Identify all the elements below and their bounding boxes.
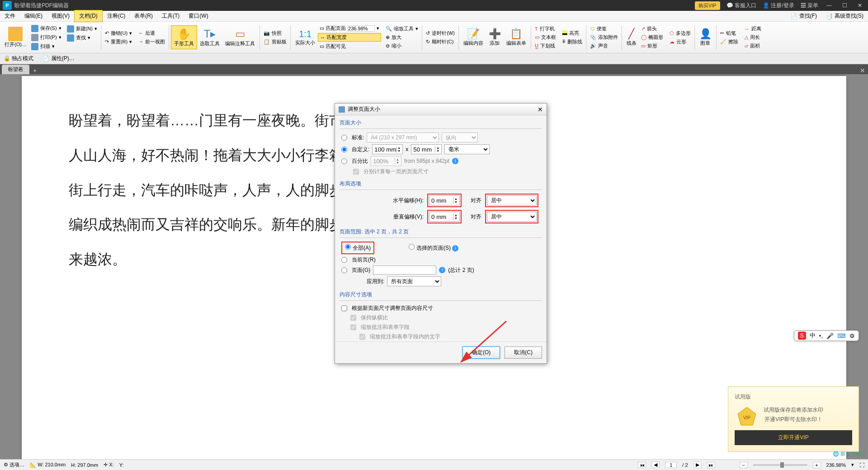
rotate-cw-button[interactable]: ↻ 顺时针(C): [424, 38, 457, 46]
dialog-close-button[interactable]: ✕: [538, 106, 543, 113]
halign-select[interactable]: 居中: [487, 195, 537, 205]
highlight-button[interactable]: ▬ 高亮: [561, 29, 584, 37]
fit-page-button[interactable]: ▭ 匹配页面 ▾: [318, 24, 381, 32]
zoom-out-button[interactable]: ⊖ 缩小: [384, 42, 420, 50]
open-vip-button[interactable]: 立即开通VIP: [735, 430, 852, 445]
prev-page-button[interactable]: ◀: [651, 461, 660, 468]
menu-file[interactable]: 文件: [0, 10, 20, 22]
radio-current-page[interactable]: [341, 257, 347, 263]
select-tool[interactable]: T▸选取工具: [197, 26, 222, 49]
ime-toolbar[interactable]: S 中 •, 🎤 ⌨ ⚙: [794, 330, 859, 341]
ime-punct-icon[interactable]: •,: [819, 332, 823, 339]
buy-vip-button[interactable]: 购买VIP: [695, 1, 720, 10]
radio-page-range[interactable]: [341, 267, 347, 273]
actual-size-button[interactable]: 1:1实际大小: [292, 27, 318, 48]
close-tabs-button[interactable]: ✕: [857, 67, 868, 74]
menu-comment[interactable]: 注释(C): [103, 10, 130, 22]
scan-button[interactable]: 扫描 ▾: [29, 43, 63, 51]
edit-content-button[interactable]: 📝编辑内容: [461, 26, 486, 48]
zoom-in-button[interactable]: ⊕ 放大: [384, 33, 420, 41]
info-icon[interactable]: i: [439, 267, 445, 273]
last-page-button[interactable]: ⏭: [707, 462, 715, 468]
find-button[interactable]: 📄 查找(F): [786, 10, 821, 22]
clipboard-button[interactable]: 📋 剪贴板: [262, 38, 288, 46]
forward-button[interactable]: → 前一视图: [137, 38, 167, 46]
underline-button[interactable]: U̲ 下划线: [533, 42, 558, 50]
properties-button[interactable]: 📄 属性(P)…: [42, 55, 74, 62]
ok-button[interactable]: 确定(O): [462, 347, 500, 359]
hamburger-menu[interactable]: ☰ 菜单: [801, 2, 818, 9]
zoom-value[interactable]: 236.98%: [826, 462, 846, 468]
menu-tools[interactable]: 工具(T): [157, 10, 184, 22]
ruler-button[interactable]: ↔ 距离: [743, 25, 763, 33]
attach-button[interactable]: 📎 添加附件: [588, 33, 620, 41]
valign-select[interactable]: 居中: [487, 212, 537, 222]
ellipse-button[interactable]: ◯ 椭圆形: [639, 33, 665, 41]
ime-mic-icon[interactable]: 🎤: [826, 332, 834, 339]
fit-width-button[interactable]: ↔ 匹配宽度: [318, 33, 381, 42]
zoom-tool-button[interactable]: 🔍 缩放工具 ▾: [384, 25, 420, 33]
line-button[interactable]: ╱线条: [624, 26, 639, 48]
find-tool-button[interactable]: 查找 ▾: [65, 34, 99, 42]
new-button[interactable]: 新建(N) ▾: [65, 25, 99, 33]
snapshot-button[interactable]: 📷 快照: [262, 29, 288, 37]
stamp-button[interactable]: 👤图章: [697, 26, 714, 48]
zoom-input[interactable]: [348, 25, 375, 32]
menu-view[interactable]: 视图(V): [47, 10, 74, 22]
support-link[interactable]: 💬 客服入口: [726, 2, 756, 9]
cancel-button[interactable]: 取消(C): [505, 347, 542, 359]
resize-content-checkbox[interactable]: [341, 305, 347, 311]
exclusive-mode-button[interactable]: 🔒 独占模式: [4, 55, 33, 62]
advanced-find-button[interactable]: 📑 高级查找(S): [821, 10, 868, 22]
fit-visible-button[interactable]: ▭ 匹配可见: [318, 43, 381, 50]
pencil-button[interactable]: ✏ 铅笔: [718, 29, 740, 37]
fit-button-status[interactable]: ⛶: [859, 462, 864, 468]
custom-height-input[interactable]: ▲▼: [411, 144, 442, 154]
dialog-titlebar[interactable]: 调整页面大小 ✕: [335, 104, 547, 115]
rect-button[interactable]: ▭ 矩形: [639, 42, 665, 50]
unit-select[interactable]: 毫米: [444, 144, 490, 154]
rotate-ccw-button[interactable]: ↺ 逆时针(W): [424, 29, 457, 37]
close-button[interactable]: ✕: [855, 2, 864, 9]
menu-window[interactable]: 窗口(W): [184, 10, 212, 22]
zoom-slider[interactable]: [753, 464, 807, 466]
polygon-button[interactable]: ⬠ 多边形: [668, 29, 693, 37]
sound-button[interactable]: 🔊 声音: [588, 42, 620, 50]
menu-form[interactable]: 表单(R): [130, 10, 157, 22]
apply-to-select[interactable]: 所有页面: [387, 276, 441, 286]
first-page-button[interactable]: ⏮: [638, 462, 646, 468]
typewriter-button[interactable]: T 打字机: [533, 25, 558, 33]
next-page-button[interactable]: ▶: [693, 461, 702, 468]
radio-percent[interactable]: [341, 158, 347, 164]
voffset-input[interactable]: ▲▼: [429, 212, 460, 222]
ime-keyboard-icon[interactable]: ⌨: [837, 332, 846, 339]
undo-button[interactable]: ↶ 撤销(U) ▾: [103, 29, 134, 37]
zoom-in-status[interactable]: +: [813, 462, 821, 468]
redo-button[interactable]: ↷ 重置(R) ▾: [103, 38, 134, 46]
add-button[interactable]: ➕添加: [486, 26, 504, 48]
arrow-shape-button[interactable]: ↗ 箭头: [639, 25, 665, 33]
sticky-button[interactable]: 🗨 便签: [588, 25, 620, 33]
login-link[interactable]: 👤 注册/登录: [763, 2, 794, 9]
menu-edit[interactable]: 编辑(E): [20, 10, 47, 22]
perimeter-button[interactable]: △ 周长: [743, 33, 763, 41]
hoffset-input[interactable]: ▲▼: [429, 195, 460, 205]
ime-settings-icon[interactable]: ⚙: [849, 332, 855, 339]
zoom-out-status[interactable]: −: [740, 462, 748, 468]
tab-document[interactable]: 盼望着: [2, 65, 29, 74]
area-button[interactable]: ▱ 面积: [743, 42, 763, 50]
open-button[interactable]: 打开(O)…: [2, 25, 29, 50]
options-button[interactable]: ⚙ 选项…: [4, 461, 24, 468]
hand-tool[interactable]: ✋手形工具: [171, 25, 197, 49]
radio-selected-pages[interactable]: [409, 244, 415, 250]
save-button[interactable]: 保存(S) ▾: [29, 24, 63, 33]
radio-custom[interactable]: [341, 147, 347, 152]
textbox-button[interactable]: ▭ 文本框: [533, 33, 558, 41]
edit-form-button[interactable]: 📋编辑表单: [504, 26, 529, 48]
info-icon[interactable]: i: [452, 158, 458, 164]
maximize-button[interactable]: ☐: [840, 2, 849, 9]
print-button[interactable]: 打印(P) ▾: [29, 33, 63, 42]
menu-document[interactable]: 文档(D): [74, 10, 103, 22]
strike-button[interactable]: T 删除线: [561, 38, 584, 46]
radio-all-pages[interactable]: [345, 244, 351, 250]
